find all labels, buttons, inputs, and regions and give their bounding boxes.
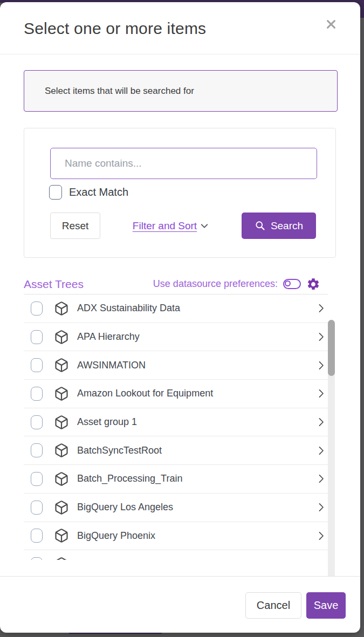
dialog-title: Select one or more items — [24, 19, 206, 38]
chevron-right-icon[interactable] — [315, 360, 327, 371]
name-contains-input[interactable] — [50, 148, 317, 179]
chevron-right-icon[interactable] — [315, 559, 327, 560]
datasource-preferences-toggle[interactable] — [283, 279, 301, 289]
asset-row-label: APA Hierarchy — [77, 331, 140, 343]
cube-icon — [54, 500, 69, 515]
asset-tree-row[interactable]: Batch_Processing_Train — [24, 465, 328, 494]
info-banner-text: Select items that will be searched for — [45, 86, 194, 97]
search-button[interactable]: Search — [242, 213, 316, 239]
dialog-body: Select items that will be searched for E… — [0, 54, 360, 576]
asset-trees-heading: Asset Trees — [24, 278, 84, 291]
asset-row-label: BatchSyncTestRoot — [77, 445, 162, 456]
info-banner: Select items that will be searched for — [24, 70, 338, 112]
asset-row-label: AWSINMATION — [77, 360, 146, 371]
close-button[interactable] — [324, 17, 339, 32]
preferences-settings-button[interactable] — [306, 277, 320, 291]
dialog-footer: Cancel Save — [0, 576, 360, 633]
asset-row-checkbox[interactable] — [31, 387, 43, 401]
chevron-right-icon[interactable] — [315, 388, 327, 399]
close-icon — [325, 18, 337, 30]
asset-row-label: BigQuery UTC — [77, 559, 140, 560]
asset-tree-row[interactable]: Asset group 1 — [24, 408, 328, 437]
asset-row-label: BigQuery Phoenix — [77, 530, 155, 542]
asset-row-label: Batch_Processing_Train — [77, 473, 182, 484]
asset-tree-row[interactable]: ADX Sustainability Data — [24, 294, 328, 323]
asset-trees-section: Asset Trees Use datasource preferences: — [24, 274, 328, 560]
cube-icon — [54, 557, 69, 560]
select-items-dialog: Select one or more items Select items th… — [0, 2, 360, 633]
asset-row-checkbox[interactable] — [31, 529, 43, 543]
dialog-header: Select one or more items — [0, 2, 360, 54]
asset-row-checkbox[interactable] — [31, 501, 43, 515]
reset-button[interactable]: Reset — [50, 213, 100, 239]
filter-and-sort-link[interactable]: Filter and Sort — [133, 220, 209, 232]
cube-icon — [54, 415, 69, 430]
chevron-right-icon[interactable] — [315, 530, 327, 542]
chevron-right-icon[interactable] — [315, 331, 327, 343]
asset-row-checkbox[interactable] — [31, 443, 43, 457]
chevron-right-icon[interactable] — [315, 502, 327, 513]
filter-and-sort-label: Filter and Sort — [133, 220, 197, 232]
cancel-button[interactable]: Cancel — [245, 592, 301, 619]
asset-tree-row[interactable]: BigQuery Los Angeles — [24, 494, 328, 522]
search-actions: Reset Filter and Sort Search — [50, 213, 316, 239]
asset-row-checkbox[interactable] — [31, 472, 43, 486]
cube-icon — [54, 358, 69, 373]
asset-row-label: Asset group 1 — [77, 416, 137, 428]
asset-tree-row[interactable]: APA Hierarchy — [24, 323, 328, 352]
asset-row-checkbox[interactable] — [31, 330, 43, 344]
list-scrollbar-thumb[interactable] — [328, 320, 335, 376]
cube-icon — [54, 386, 69, 401]
asset-row-label: ADX Sustainability Data — [77, 303, 180, 314]
asset-row-checkbox[interactable] — [31, 415, 43, 429]
asset-row-label: BigQuery Los Angeles — [77, 502, 173, 513]
cube-icon — [54, 443, 69, 458]
cube-icon — [54, 301, 69, 316]
save-button[interactable]: Save — [306, 592, 346, 619]
search-panel: Exact Match Reset Filter and Sort Search — [24, 128, 336, 258]
exact-match-checkbox[interactable] — [49, 185, 62, 200]
cube-icon — [54, 528, 69, 543]
list-scrollbar-track[interactable] — [328, 320, 335, 576]
asset-row-checkbox[interactable] — [31, 557, 43, 560]
asset-tree-row[interactable]: AWSINMATION — [24, 351, 328, 380]
search-icon — [255, 220, 266, 231]
datasource-preferences-label: Use datasource preferences: — [153, 278, 278, 290]
search-button-label: Search — [271, 220, 303, 232]
toggle-knob — [285, 280, 291, 286]
datasource-preferences-group: Use datasource preferences: — [153, 277, 328, 291]
asset-tree-row[interactable]: Amazon Lookout for Equipment — [24, 380, 328, 408]
chevron-right-icon[interactable] — [315, 445, 327, 456]
asset-row-label: Amazon Lookout for Equipment — [77, 388, 213, 399]
asset-tree-row[interactable]: BatchSyncTestRoot — [24, 436, 328, 465]
asset-row-checkbox[interactable] — [31, 358, 43, 372]
chevron-down-icon — [200, 221, 209, 231]
asset-row-checkbox[interactable] — [31, 302, 43, 316]
asset-tree-row[interactable]: BigQuery Phoenix — [24, 522, 328, 551]
gear-icon — [306, 277, 320, 291]
chevron-right-icon[interactable] — [315, 416, 327, 428]
asset-tree-list: ADX Sustainability Data — [24, 294, 328, 560]
chevron-right-icon[interactable] — [315, 303, 327, 314]
asset-tree-row[interactable]: BigQuery UTC — [24, 550, 328, 560]
cube-icon — [54, 471, 69, 487]
exact-match-row: Exact Match — [49, 185, 128, 200]
asset-trees-header: Asset Trees Use datasource preferences: — [24, 274, 328, 294]
chevron-right-icon[interactable] — [315, 473, 327, 484]
exact-match-label: Exact Match — [69, 186, 128, 198]
cube-icon — [54, 330, 69, 345]
